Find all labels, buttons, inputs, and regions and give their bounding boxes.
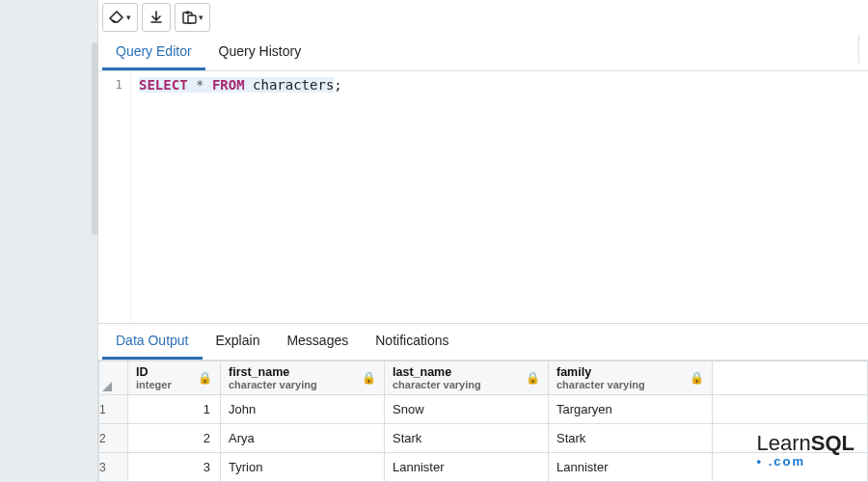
lock-icon: 🔒 [362,371,376,385]
row-number-header[interactable] [99,362,128,395]
row-number: 3 [99,453,128,482]
app-root: ▾ ▾ Query Editor Query History 1 [0,0,868,482]
cell-last-name[interactable]: Snow [385,395,549,424]
left-sidebar [0,0,98,482]
cell-first-name[interactable]: Arya [221,424,385,453]
chevron-down-icon: ▾ [199,13,203,22]
editor-tabs: Query Editor Query History [98,35,868,71]
table-row[interactable]: 1 1 John Snow Targaryen [99,395,868,424]
tab-data-output[interactable]: Data Output [102,324,203,360]
sql-star: * [196,77,203,93]
column-type: character varying [229,379,376,390]
cell-last-name[interactable]: Lannister [385,453,549,482]
query-editor[interactable]: 1 SELECT * FROM characters; [98,71,868,323]
sql-semicolon: ; [334,77,341,93]
cell-id[interactable]: 1 [128,395,221,424]
editor-scrollbar[interactable] [92,42,98,235]
line-gutter: 1 [98,71,131,323]
column-type: character varying [393,379,540,390]
chevron-down-icon: ▾ [126,13,131,22]
column-header-empty [713,362,868,395]
select-all-triangle-icon [102,382,112,391]
cell-last-name[interactable]: Stark [385,424,549,453]
row-number: 2 [99,424,128,453]
svg-rect-1 [186,12,189,14]
table-row[interactable]: 2 2 Arya Stark Stark [99,424,868,453]
tab-explain[interactable]: Explain [203,324,274,360]
lock-icon: 🔒 [526,371,540,385]
lock-icon: 🔒 [690,371,704,385]
results-table: ID integer 🔒 first_name character varyin… [98,361,868,482]
column-name: family [556,365,704,379]
cell-first-name[interactable]: Tyrion [221,453,385,482]
download-icon [149,11,163,24]
sql-keyword: SELECT [139,77,188,93]
row-number: 1 [99,395,128,424]
table-header-row: ID integer 🔒 first_name character varyin… [99,362,868,395]
svg-rect-2 [188,15,196,23]
cell-family[interactable]: Stark [549,424,713,453]
table-row[interactable]: 3 3 Tyrion Lannister Lannister [99,453,868,482]
cell-family[interactable]: Lannister [549,453,713,482]
download-button[interactable] [142,3,171,32]
cell-family[interactable]: Targaryen [549,395,713,424]
lock-icon: 🔒 [198,371,212,385]
cell-id[interactable]: 3 [128,453,221,482]
line-number: 1 [98,77,122,92]
clipboard-icon [181,11,197,24]
column-header-first-name[interactable]: first_name character varying 🔒 [221,362,385,395]
cell-first-name[interactable]: John [221,395,385,424]
panel-divider[interactable] [858,35,868,64]
code-area[interactable]: SELECT * FROM characters; [131,71,868,323]
output-tabs: Data Output Explain Messages Notificatio… [98,324,868,361]
tab-query-editor[interactable]: Query Editor [102,35,205,70]
cell-empty [713,453,868,482]
column-header-family[interactable]: family character varying 🔒 [549,362,713,395]
sql-keyword: FROM [212,77,245,93]
erase-button[interactable]: ▾ [102,3,138,32]
sql-identifier: characters [253,77,334,93]
toolbar: ▾ ▾ [98,0,868,35]
cell-id[interactable]: 2 [128,424,221,453]
column-header-last-name[interactable]: last_name character varying 🔒 [385,362,549,395]
main-panel: ▾ ▾ Query Editor Query History 1 [98,0,868,482]
tab-query-history[interactable]: Query History [205,35,315,70]
cell-empty [713,395,868,424]
eraser-icon [109,11,124,24]
column-header-id[interactable]: ID integer 🔒 [128,362,221,395]
column-name: last_name [393,365,540,379]
column-name: first_name [229,365,376,379]
paste-button[interactable]: ▾ [175,3,210,32]
output-panel: Data Output Explain Messages Notificatio… [98,323,868,482]
tab-notifications[interactable]: Notifications [362,324,462,360]
tab-messages[interactable]: Messages [273,324,362,360]
column-type: character varying [556,379,704,390]
cell-empty [713,424,868,453]
